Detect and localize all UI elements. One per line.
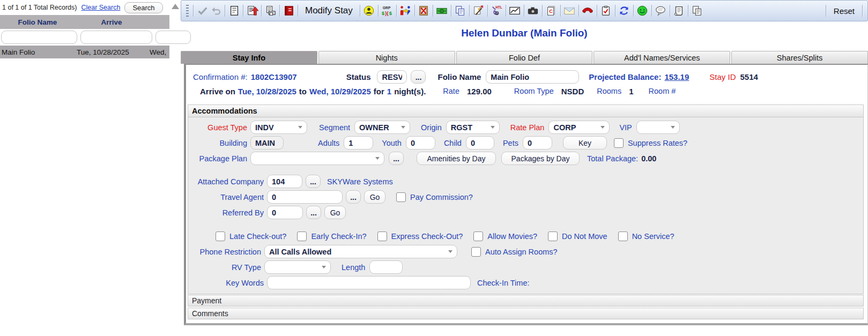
- comment-icon[interactable]: [654, 4, 667, 18]
- auto-assign-rooms-checkbox[interactable]: [471, 247, 481, 257]
- allow-movies-checkbox[interactable]: [473, 232, 483, 241]
- refresh-icon[interactable]: [618, 4, 631, 18]
- suppress-rates-label: Suppress Rates?: [628, 139, 687, 147]
- rv-type-select[interactable]: [264, 260, 331, 274]
- toolbar-separator: [578, 5, 579, 17]
- do-not-move-checkbox[interactable]: [548, 232, 558, 241]
- report-icon[interactable]: [227, 4, 241, 18]
- registration-card-icon[interactable]: C: [545, 4, 558, 18]
- copy-reservation-icon[interactable]: [454, 4, 467, 18]
- total-package-label: Total Package:: [587, 154, 638, 163]
- drag-grip-icon[interactable]: [186, 5, 189, 17]
- attached-company-input[interactable]: [267, 175, 302, 188]
- no-service-checkbox[interactable]: [618, 232, 628, 241]
- referred-by-go-button[interactable]: Go: [324, 206, 346, 219]
- key-button[interactable]: Key: [563, 136, 607, 150]
- confirm-icon[interactable]: [196, 4, 209, 18]
- early-checkin-checkbox[interactable]: [297, 232, 307, 241]
- copy-folio-icon[interactable]: [691, 4, 704, 18]
- toolbar-separator: [826, 5, 826, 17]
- origin-select[interactable]: RGST: [446, 121, 500, 134]
- folio-scroll-icon[interactable]: [672, 4, 686, 18]
- cancel-reservation-icon[interactable]: [417, 4, 431, 18]
- pay-commission-checkbox[interactable]: [396, 192, 406, 202]
- folio-name-filter-input[interactable]: [1, 31, 77, 44]
- key-words-input[interactable]: [267, 276, 471, 289]
- tab-stay-info[interactable]: Stay Info: [181, 51, 317, 64]
- phone-restriction-select[interactable]: All Calls Allowed: [264, 245, 457, 258]
- red-book-icon[interactable]: [282, 4, 295, 18]
- column-header-folio-name[interactable]: Folio Name: [0, 18, 75, 26]
- pets-input[interactable]: [523, 136, 552, 150]
- accommodations-header[interactable]: Accommodations: [188, 105, 863, 117]
- travel-agent-input[interactable]: [267, 190, 343, 204]
- express-checkout-label: Express Check-Out?: [391, 232, 463, 241]
- tab-folio-def[interactable]: Folio Def: [456, 51, 593, 64]
- youth-input[interactable]: [406, 136, 435, 150]
- print-copies-icon[interactable]: [264, 4, 277, 18]
- travel-agent-go-button[interactable]: Go: [364, 190, 385, 204]
- reset-button[interactable]: Reset: [834, 6, 855, 16]
- wizard-icon[interactable]: ✱✱: [472, 4, 485, 18]
- undo-icon[interactable]: [209, 4, 222, 18]
- late-checkout-checkbox[interactable]: [216, 232, 225, 241]
- segment-select[interactable]: OWNER: [354, 121, 410, 134]
- search-button[interactable]: Search: [124, 2, 162, 13]
- guest-profile-icon[interactable]: [362, 4, 376, 18]
- phone-icon[interactable]: [581, 4, 595, 18]
- suppress-rates-checkbox[interactable]: [614, 138, 624, 148]
- status-field[interactable]: [377, 70, 407, 84]
- happy-guest-icon[interactable]: [636, 4, 649, 18]
- comments-section-header[interactable]: Comments: [188, 308, 864, 319]
- guest-type-select[interactable]: INDV: [250, 121, 307, 134]
- referred-by-lookup-button[interactable]: ...: [306, 206, 321, 219]
- referred-by-input[interactable]: [267, 206, 303, 219]
- camera-icon[interactable]: [526, 4, 540, 18]
- vip-label: VIP: [619, 123, 632, 132]
- child-input[interactable]: [466, 136, 494, 150]
- folio-name-input[interactable]: [486, 70, 579, 84]
- folio-table-row[interactable]: Main Folio Tue, 10/28/2025 Wed,: [0, 46, 169, 58]
- toolbar-separator: [524, 5, 524, 17]
- tab-addl-names-services[interactable]: Add'l Names/Services: [593, 51, 730, 64]
- tab-nights[interactable]: Nights: [318, 51, 455, 64]
- allow-movies-label: Allow Movies?: [487, 232, 537, 241]
- projected-balance-link[interactable]: 153.19: [664, 72, 689, 81]
- status-lookup-button[interactable]: ...: [411, 70, 426, 84]
- origin-label: Origin: [421, 123, 442, 132]
- packages-by-day-button[interactable]: Packages by Day: [501, 152, 580, 165]
- toolbar-separator: [378, 5, 379, 17]
- upload-document-icon[interactable]: [246, 4, 259, 18]
- transfer-guest-icon[interactable]: [399, 4, 412, 18]
- chevron-down-icon: [448, 250, 452, 253]
- length-input[interactable]: [369, 260, 403, 274]
- package-plan-select[interactable]: [250, 152, 384, 165]
- package-plan-lookup-button[interactable]: ...: [389, 152, 404, 165]
- modify-stay-label: Modify Stay: [305, 5, 353, 16]
- nights-suffix: night(s).: [394, 87, 426, 96]
- attached-company-lookup-button[interactable]: ...: [306, 175, 321, 188]
- email-icon[interactable]: [563, 4, 576, 18]
- vip-select[interactable]: [636, 121, 680, 134]
- attached-company-name: SKYWare Systems: [327, 177, 393, 186]
- payment-section-header[interactable]: Payment: [188, 295, 864, 307]
- referred-by-label: Referred By: [191, 208, 264, 217]
- arrive-date: Tue, 10/28/2025: [238, 87, 296, 96]
- tab-shares-splits[interactable]: Shares/Splits: [731, 51, 868, 64]
- adults-input[interactable]: [344, 136, 373, 150]
- clear-search-link[interactable]: Clear Search: [81, 4, 120, 11]
- express-checkout-checkbox[interactable]: [377, 232, 387, 241]
- group-rates-icon[interactable]: GRP$)($: [381, 4, 394, 18]
- payment-icon[interactable]: [435, 4, 449, 18]
- confirmation-row: Confirmation #: 1802C13907 Status ... Fo…: [193, 70, 864, 84]
- column-header-arrive[interactable]: Arrive: [75, 18, 148, 26]
- rate-plan-select[interactable]: CORP: [548, 121, 610, 134]
- travel-agent-lookup-button[interactable]: ...: [346, 190, 361, 204]
- rate-chart-icon[interactable]: [508, 4, 522, 18]
- amenities-by-day-button[interactable]: Amenities by Day: [417, 152, 496, 165]
- tasks-icon[interactable]: [599, 4, 613, 18]
- arrive-filter-input[interactable]: [80, 31, 152, 44]
- hotel-tools-icon[interactable]: HTL: [490, 4, 503, 18]
- scroll-up-arrow-icon[interactable]: [172, 4, 179, 9]
- toolbar-separator: [279, 5, 280, 17]
